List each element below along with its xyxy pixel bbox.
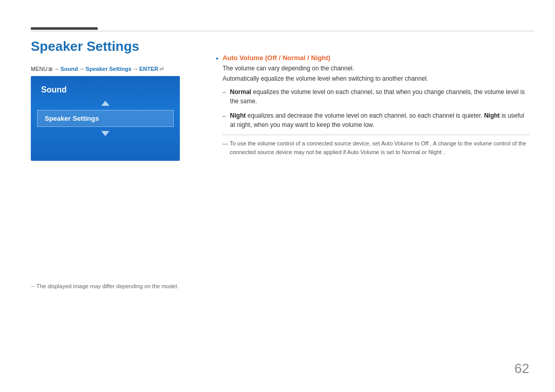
breadcrumb-speaker-settings: Speaker Settings [86,66,132,72]
arrow-up-container [31,99,180,108]
note-normal: Normal [402,149,420,155]
note-middle1: to [415,140,421,146]
sub-item-night: – Night equalizes and decrease the volum… [223,111,529,129]
arrow-1: → [53,66,59,72]
sub-items-list: – Normal equalizes the volume level on e… [223,87,529,129]
auto-volume-label: Auto Volume (Off / Normal / Night) [223,54,529,62]
note-or: or [422,149,429,155]
night-bold: Night [230,112,246,119]
note-auto-volume-1: Auto Volume [381,140,413,146]
auto-volume-content: Auto Volume (Off / Normal / Night) The v… [223,54,529,156]
note-text: To use the volume control of a connected… [223,139,529,156]
bullet-dot: • [216,54,218,63]
arrow-down-container [31,129,180,138]
sub-item-normal: – Normal equalizes the volume level on e… [223,87,529,106]
note-middle3: is set to [381,149,402,155]
note-night: Night [428,149,441,155]
note-prefix: To use the volume control of a connected… [230,140,381,146]
breadcrumb-enter: ENTER [139,66,158,72]
chevron-down-icon [101,131,109,136]
arrow-2: → [79,66,85,72]
sub-item-normal-text: Normal equalizes the volume level on eac… [230,87,529,106]
left-accent [31,27,98,30]
menu-box: Sound Speaker Settings [31,76,180,161]
menu-label: MENU [31,66,47,72]
top-border [31,31,534,31]
night-bold-2: Night [484,112,500,119]
normal-rest: equalizes the volume level on each chann… [230,88,525,105]
auto-volume-desc1: The volume can vary depending on the cha… [223,64,529,73]
auto-volume-desc2: Automatically equalize the volume level … [223,74,529,83]
note-auto-volume-2: Auto Volume [347,149,379,155]
chevron-up-icon [101,101,109,106]
enter-icon: ⏎ [159,66,163,72]
sub-item-night-text: Night equalizes and decrease the volume … [230,111,529,129]
note-suffix: . [443,149,445,155]
breadcrumb: MENU ⊞ → Sound → Speaker Settings → ENTE… [31,66,163,72]
normal-bold: Normal [230,88,251,96]
menu-icon: ⊞ [48,66,52,72]
breadcrumb-sound: Sound [60,66,78,72]
page-number: 62 [514,361,529,377]
auto-volume-item: • Auto Volume (Off / Normal / Night) The… [216,54,529,156]
note-off: Off [421,140,428,146]
bottom-note: The displayed image may differ depending… [31,283,178,289]
page-title: Speaker Settings [31,39,139,54]
dash-icon-1: – [223,88,226,97]
content-area: • Auto Volume (Off / Normal / Night) The… [216,54,529,160]
menu-selected-item[interactable]: Speaker Settings [37,110,174,127]
dash-icon-2: – [223,111,226,121]
menu-box-title: Sound [31,82,180,99]
note-section: To use the volume control of a connected… [223,135,529,156]
night-rest1: equalizes and decrease the volume level … [248,112,484,119]
arrow-3: → [133,66,138,72]
